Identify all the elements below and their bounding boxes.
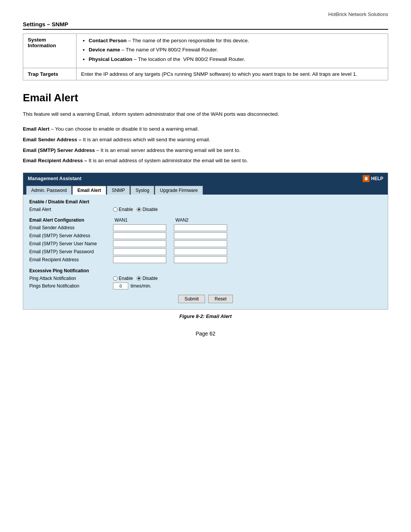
email-recipient-label: Email Recipient Address — [29, 257, 113, 262]
pings-before-input[interactable] — [113, 283, 128, 289]
brand-text: HotBrick Network Solutions — [328, 11, 389, 17]
desc-item-2: Email Sender Address – It is an email ad… — [23, 136, 388, 144]
email-smtp-server-wan1[interactable] — [113, 232, 166, 239]
tab-syslog[interactable]: Syslog — [131, 186, 154, 195]
email-sender-wan1[interactable] — [113, 224, 166, 231]
enable-disable-heading: Enable / Disable Email Alert — [29, 199, 382, 204]
disable-radio[interactable] — [137, 207, 141, 212]
description-list: Email Alert – You can choose to enable o… — [23, 125, 388, 165]
email-recipient-row: Email Recipient Address — [29, 256, 382, 263]
pings-before-label: Pings Before Notification — [29, 283, 113, 289]
ui-content: Enable / Disable Email Alert Email Alert… — [23, 195, 388, 309]
help-button[interactable]: 📋 HELP — [363, 175, 383, 182]
figure-caption: Figure 8-2: Email Alert — [23, 313, 388, 319]
ping-attack-label: Ping Attack Notification — [29, 276, 113, 281]
email-alert-toggle-row: Email Alert Enable Disable — [29, 207, 382, 212]
email-smtp-server-row: Email (SMTP) Server Address — [29, 232, 382, 239]
email-alert-title: Email Alert — [23, 92, 388, 104]
enable-radio-item[interactable]: Enable — [113, 207, 133, 212]
button-row: Submit Reset — [29, 295, 382, 303]
disable-label: Disable — [142, 207, 158, 212]
ping-disable-label: Disable — [142, 276, 158, 281]
config-header: Email Alert Configuration WAN1 WAN2 — [29, 217, 382, 223]
email-sender-row: Email Sender Address — [29, 224, 382, 231]
trap-targets-label: Trap Targets — [23, 68, 76, 80]
email-recipient-wan1[interactable] — [113, 256, 166, 263]
tab-admin-password[interactable]: Admin. Password — [26, 186, 72, 195]
email-smtp-password-wan1[interactable] — [113, 248, 166, 255]
email-recipient-wan2[interactable] — [174, 256, 227, 263]
ping-disable-radio-item[interactable]: Disable — [137, 276, 158, 281]
ping-enable-label: Enable — [119, 276, 133, 281]
table-row: SystemInformation Contact Person – The n… — [23, 34, 388, 68]
email-alert-row-label: Email Alert — [29, 207, 113, 212]
table-row: Trap Targets Enter the IP address of any… — [23, 68, 388, 80]
tab-upgrade-firmware[interactable]: Upgrade Firmware — [155, 186, 202, 195]
ping-disable-radio[interactable] — [137, 276, 141, 281]
figure-caption-text: Figure 8-2: Email Alert — [179, 313, 232, 319]
snmp-table: SystemInformation Contact Person – The n… — [23, 34, 388, 80]
ping-enable-radio-item[interactable]: Enable — [113, 276, 133, 281]
email-smtp-user-wan2[interactable] — [174, 240, 227, 247]
email-smtp-server-wan2[interactable] — [174, 232, 227, 239]
pings-before-row: Pings Before Notification times/min. — [29, 283, 382, 289]
system-information-label: SystemInformation — [23, 34, 76, 68]
email-smtp-password-wan2[interactable] — [174, 248, 227, 255]
ui-tabs: Admin. Password Email Alert SNMP Syslog … — [23, 184, 388, 195]
disable-radio-item[interactable]: Disable — [137, 207, 158, 212]
email-smtp-password-label: Email (SMTP) Server Password — [29, 249, 113, 254]
enable-label: Enable — [119, 207, 133, 212]
tab-email-alert[interactable]: Email Alert — [72, 186, 106, 195]
wan1-header: WAN1 — [113, 217, 174, 223]
email-smtp-user-wan1[interactable] — [113, 240, 166, 247]
help-icon: 📋 — [363, 175, 370, 182]
desc-item-3: Email (SMTP) Server Address – It is an e… — [23, 146, 388, 155]
email-smtp-server-label: Email (SMTP) Server Address — [29, 233, 113, 238]
email-smtp-user-row: Email (SMTP) Server User Name — [29, 240, 382, 247]
submit-button[interactable]: Submit — [178, 295, 205, 303]
help-label: HELP — [371, 176, 383, 181]
ui-titlebar: Management Assistant 📋 HELP — [23, 173, 388, 184]
ping-enable-radio[interactable] — [113, 276, 118, 281]
email-alert-radio-group: Enable Disable — [113, 207, 158, 212]
ui-title-text: Management Assistant — [28, 176, 81, 181]
system-information-content: Contact Person – The name of the person … — [76, 34, 388, 68]
intro-text: This feature will send a warning Email, … — [23, 110, 388, 118]
ping-attack-row: Ping Attack Notification Enable Disable — [29, 276, 382, 281]
tab-snmp[interactable]: SNMP — [107, 186, 130, 195]
email-smtp-password-row: Email (SMTP) Server Password — [29, 248, 382, 255]
reset-button[interactable]: Reset — [208, 295, 233, 303]
ui-screenshot: Management Assistant 📋 HELP Admin. Passw… — [23, 173, 388, 310]
snmp-section-heading: Settings – SNMP — [23, 21, 388, 30]
wan2-header: WAN2 — [174, 217, 235, 223]
brand-header: HotBrick Network Solutions — [23, 11, 388, 17]
email-sender-wan2[interactable] — [174, 224, 227, 231]
times-min-label: times/min. — [131, 283, 151, 289]
desc-item-1: Email Alert – You can choose to enable o… — [23, 125, 388, 133]
email-smtp-user-label: Email (SMTP) Server User Name — [29, 241, 113, 246]
trap-targets-content: Enter the IP address of any targets (PCs… — [76, 68, 388, 80]
ping-radio-group: Enable Disable — [113, 276, 158, 281]
email-sender-label: Email Sender Address — [29, 225, 113, 230]
enable-radio[interactable] — [113, 207, 118, 212]
page-number: Page 62 — [23, 331, 388, 337]
desc-item-4: Email Recipient Address – It is an email… — [23, 157, 388, 165]
ping-section-heading: Excessive Ping Notification — [29, 268, 382, 273]
config-section-heading: Email Alert Configuration — [29, 217, 113, 223]
